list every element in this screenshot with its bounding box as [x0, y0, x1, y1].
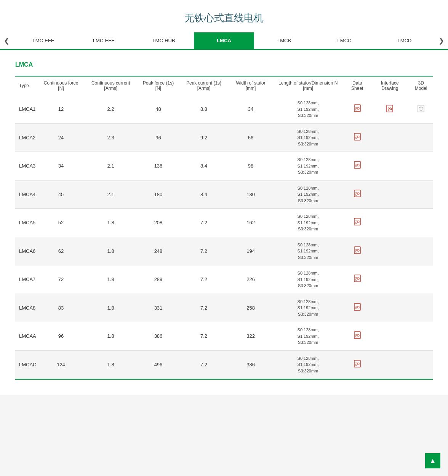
table-row: LMCA5521.82087.2162S0:128mm,S1:192mm,S3:… [15, 209, 433, 237]
tab-item-lmcd[interactable]: LMCD [374, 32, 435, 49]
cell-length-stator: S0:128mm,S1:192mm,S3:320mm [272, 322, 344, 351]
cell-interface-drawing [371, 209, 410, 237]
cell-peak-force: 96 [138, 123, 178, 152]
pdf-icon[interactable] [354, 248, 361, 256]
table-header-row: TypeContinuous force [N]Continuous curre… [15, 77, 433, 95]
data-table: TypeContinuous force [N]Continuous curre… [15, 77, 433, 379]
cell-type: LMCA6 [15, 237, 39, 265]
pdf-icon[interactable] [354, 191, 361, 199]
cell-length-stator: S0:128mm,S1:192mm,S3:320mm [272, 180, 344, 209]
cell-type: LMCA2 [15, 123, 39, 152]
cell-type: LMCAC [15, 350, 39, 379]
table-row: LMCA4452.11808.4130S0:128mm,S1:192mm,S3:… [15, 180, 433, 209]
cell-cont-force: 83 [39, 294, 83, 322]
pdf-icon[interactable] [354, 361, 361, 369]
pdf-icon[interactable] [354, 134, 361, 142]
pdf-icon[interactable] [386, 107, 393, 113]
cell-peak-force: 386 [138, 322, 178, 351]
cell-data-sheet[interactable] [344, 294, 370, 322]
cell-interface-drawing [371, 237, 410, 265]
table-header-col-8: Interface Drawing [371, 77, 410, 95]
table-header-col-6: Length of stator/Dimension N [mm] [272, 77, 344, 95]
cell-width-stator: 194 [229, 237, 272, 265]
cell-peak-current: 7.2 [178, 322, 229, 351]
pdf-icon[interactable] [354, 163, 361, 170]
tab-item-lmc-hub[interactable]: LMC-HUB [134, 32, 194, 49]
cell-peak-force: 289 [138, 265, 178, 294]
pdf-icon[interactable] [354, 305, 361, 312]
tab-item-lmcc[interactable]: LMCC [314, 32, 374, 49]
cell-data-sheet[interactable] [344, 265, 370, 294]
cell-data-sheet[interactable] [344, 350, 370, 379]
table-row: LMCA6621.82487.2194S0:128mm,S1:192mm,S3:… [15, 237, 433, 265]
cell-peak-force: 331 [138, 294, 178, 322]
cell-3d-model [409, 123, 433, 152]
cell-peak-force: 48 [138, 95, 178, 124]
tabs-bar: ❮ LMC-EFELMC-EFFLMC-HUBLMCALMCBLMCCLMCD … [0, 32, 448, 50]
cell-interface-drawing [371, 265, 410, 294]
table-header-col-7: Data Sheet [344, 77, 370, 95]
cell-length-stator: S0:128mm,S1:192mm,S3:320mm [272, 152, 344, 180]
table-row: LMCA3342.11368.498S0:128mm,S1:192mm,S3:3… [15, 152, 433, 180]
cell-data-sheet[interactable] [344, 322, 370, 351]
table-container: TypeContinuous force [N]Continuous curre… [15, 76, 433, 380]
table-header-col-1: Continuous force [N] [39, 77, 83, 95]
tab-item-lmca[interactable]: LMCA [194, 32, 254, 49]
cell-data-sheet[interactable] [344, 180, 370, 209]
cell-width-stator: 258 [229, 294, 272, 322]
cell-type: LMCA5 [15, 209, 39, 237]
cell-interface-drawing [371, 123, 410, 152]
tabs-prev-button[interactable]: ❮ [0, 32, 13, 49]
content-area: LMCA TypeContinuous force [N]Continuous … [0, 50, 448, 395]
tab-item-lmcb[interactable]: LMCB [254, 32, 314, 49]
pdf-icon[interactable] [354, 276, 361, 284]
tab-item-lmc-efe[interactable]: LMC-EFE [13, 32, 74, 49]
cell-length-stator: S0:128mm,S1:192mm,S3:320mm [272, 123, 344, 152]
pdf-icon[interactable] [354, 333, 361, 340]
cell-peak-current: 8.8 [178, 95, 229, 124]
cell-data-sheet[interactable] [344, 237, 370, 265]
cell-peak-force: 180 [138, 180, 178, 209]
tabs-list: LMC-EFELMC-EFFLMC-HUBLMCALMCBLMCCLMCD [13, 32, 435, 49]
page-title: 无铁心式直线电机 [0, 0, 448, 32]
cell-cont-current: 2.3 [83, 123, 138, 152]
table-row: LMCAC1241.84967.2386S0:128mm,S1:192mm,S3… [15, 350, 433, 379]
cell-peak-current: 7.2 [178, 265, 229, 294]
pdf-icon[interactable] [354, 106, 361, 113]
cell-3d-model[interactable] [409, 95, 433, 124]
tab-item-lmc-eff[interactable]: LMC-EFF [74, 32, 134, 49]
cell-cont-force: 52 [39, 209, 83, 237]
cell-length-stator: S0:128mm,S1:192mm,S3:320mm [272, 95, 344, 124]
cell-type: LMCA3 [15, 152, 39, 180]
cell-cont-current: 1.8 [83, 294, 138, 322]
table-body: LMCA1122.2488.834S0:128mm,S1:192mm,S3:32… [15, 95, 433, 379]
cell-cont-force: 124 [39, 350, 83, 379]
cell-cont-current: 1.8 [83, 350, 138, 379]
cell-peak-current: 7.2 [178, 237, 229, 265]
cell-3d-model [409, 209, 433, 237]
cell-interface-drawing[interactable] [371, 95, 410, 124]
cell-cont-current: 2.2 [83, 95, 138, 124]
cell-length-stator: S0:128mm,S1:192mm,S3:320mm [272, 265, 344, 294]
cell-3d-model [409, 152, 433, 180]
cell-peak-current: 8.4 [178, 180, 229, 209]
table-header-col-4: Peak current (1s) [Arms] [178, 77, 229, 95]
cell-data-sheet[interactable] [344, 209, 370, 237]
pdf-icon[interactable] [354, 219, 361, 227]
cell-data-sheet[interactable] [344, 95, 370, 124]
cell-length-stator: S0:128mm,S1:192mm,S3:320mm [272, 350, 344, 379]
cell-data-sheet[interactable] [344, 123, 370, 152]
cell-cont-force: 34 [39, 152, 83, 180]
cell-cont-current: 1.8 [83, 209, 138, 237]
cell-interface-drawing [371, 152, 410, 180]
cell-peak-current: 7.2 [178, 209, 229, 237]
cell-interface-drawing [371, 322, 410, 351]
table-row: LMCA2242.3969.266S0:128mm,S1:192mm,S3:32… [15, 123, 433, 152]
section-title: LMCA [15, 61, 433, 68]
cell-cont-force: 72 [39, 265, 83, 294]
cell-data-sheet[interactable] [344, 152, 370, 180]
tabs-next-button[interactable]: ❯ [435, 32, 448, 49]
model-3d-icon[interactable] [418, 107, 424, 113]
cell-type: LMCA1 [15, 95, 39, 124]
cell-3d-model [409, 180, 433, 209]
